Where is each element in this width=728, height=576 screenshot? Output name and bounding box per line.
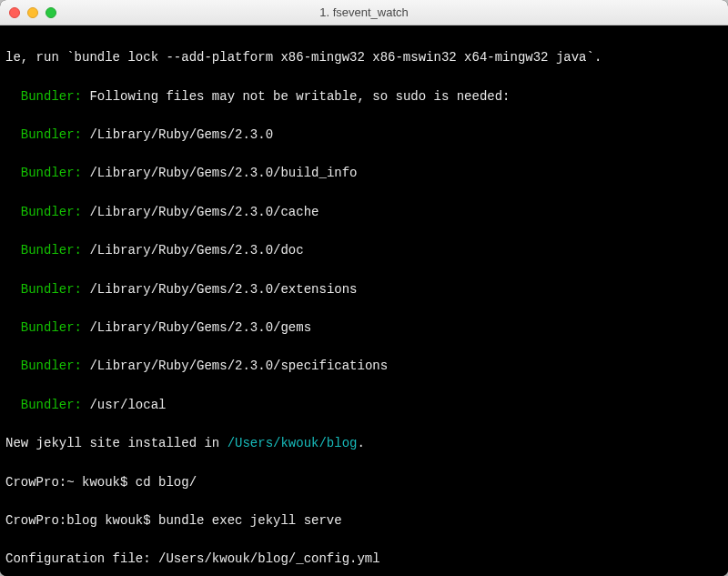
bundler-label: Bundler:: [21, 398, 82, 412]
output-line: le, run `bundle lock --add-platform x86-…: [5, 48, 723, 67]
output-line: Bundler: /Library/Ruby/Gems/2.3.0/specif…: [5, 357, 723, 376]
output-line: Bundler: /Library/Ruby/Gems/2.3.0/extens…: [5, 280, 723, 299]
bundler-label: Bundler:: [21, 127, 82, 142]
bundler-label: Bundler:: [21, 205, 82, 219]
bundler-label: Bundler:: [21, 359, 82, 373]
traffic-lights: [0, 7, 56, 18]
output-line: New jekyll site installed in /Users/kwou…: [5, 434, 723, 453]
output-line: Configuration file: /Users/kwouk/blog/_c…: [5, 550, 723, 569]
path-highlight: /Users/kwouk/blog: [228, 436, 358, 450]
output-line: Bundler: /Library/Ruby/Gems/2.3.0/cache: [5, 203, 723, 222]
close-button[interactable]: [9, 7, 20, 18]
prompt-line: CrowPro:~ kwouk$ cd blog/: [5, 473, 723, 492]
bundler-label: Bundler:: [21, 89, 82, 104]
maximize-button[interactable]: [46, 7, 56, 18]
output-line: Bundler: /Library/Ruby/Gems/2.3.0: [5, 126, 723, 145]
output-line: Bundler: /usr/local: [5, 396, 723, 415]
output-line: Bundler: Following files may not be writ…: [5, 87, 723, 106]
output-line: Bundler: /Library/Ruby/Gems/2.3.0/gems: [5, 318, 723, 338]
output-line: Bundler: /Library/Ruby/Gems/2.3.0/doc: [5, 241, 723, 260]
bundler-label: Bundler:: [21, 166, 82, 180]
window-title: 1. fsevent_watch: [0, 5, 728, 19]
terminal-output[interactable]: le, run `bundle lock --add-platform x86-…: [0, 25, 728, 576]
output-line: Bundler: /Library/Ruby/Gems/2.3.0/build_…: [5, 164, 723, 183]
bundler-label: Bundler:: [21, 320, 82, 335]
titlebar[interactable]: 1. fsevent_watch: [0, 0, 728, 25]
bundler-label: Bundler:: [21, 243, 82, 258]
prompt-line: CrowPro:blog kwouk$ bundle exec jekyll s…: [5, 511, 723, 531]
minimize-button[interactable]: [27, 7, 38, 18]
bundler-label: Bundler:: [21, 282, 82, 297]
terminal-window: 1. fsevent_watch le, run `bundle lock --…: [0, 0, 728, 576]
